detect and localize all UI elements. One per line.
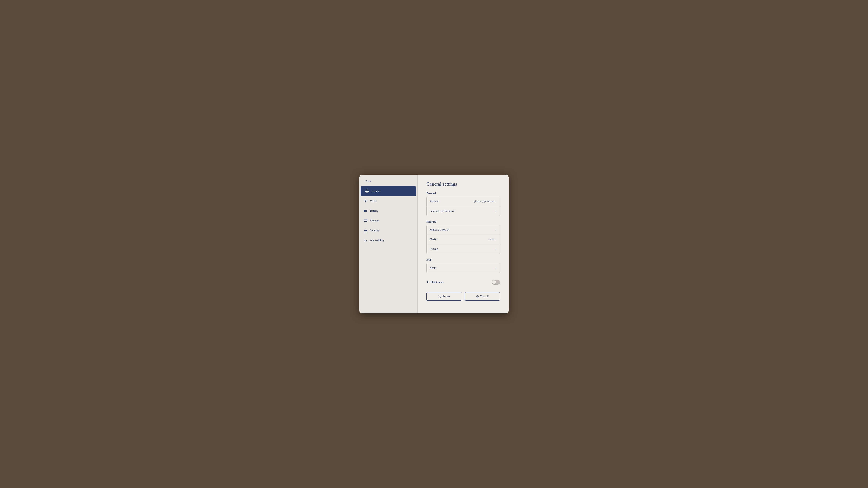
turn-off-button[interactable]: Turn off: [465, 292, 500, 301]
language-keyboard-label: Language and keyboard: [430, 209, 455, 213]
svg-text:Aa: Aa: [364, 239, 367, 242]
display-label: Display: [430, 248, 438, 251]
power-icon: [476, 295, 479, 298]
marker-row[interactable]: Marker 100 % ›: [427, 235, 500, 244]
version-row[interactable]: Version 3.14.0.197 ›: [427, 225, 500, 235]
flight-mode-icon: ✈: [426, 281, 429, 284]
help-section-label: Help: [426, 258, 500, 261]
language-keyboard-row[interactable]: Language and keyboard ›: [427, 206, 500, 216]
version-arrow-group: ›: [496, 228, 497, 231]
sidebar-item-battery[interactable]: Battery: [359, 206, 417, 216]
personal-card: Account phlipper@gmail.com › Language an…: [426, 197, 500, 216]
back-label: Back: [366, 180, 371, 183]
flight-mode-left: ✈ Flight mode: [426, 281, 444, 284]
marker-arrow-icon: ›: [496, 238, 497, 241]
sidebar-item-label-security: Security: [370, 229, 379, 232]
storage-icon: [364, 219, 368, 223]
software-card: Version 3.14.0.197 › Marker 100 % › Disp…: [426, 225, 500, 254]
svg-rect-8: [364, 230, 367, 232]
help-card: About ›: [426, 263, 500, 273]
restart-icon: [438, 295, 441, 298]
toggle-knob: [492, 281, 496, 284]
svg-rect-4: [364, 210, 366, 212]
main-content: General settings Personal Account phlipp…: [417, 175, 509, 314]
restart-label: Restart: [442, 295, 450, 298]
sidebar-item-label-general: General: [372, 190, 380, 193]
account-label: Account: [430, 200, 438, 203]
marker-value-group: 100 % ›: [488, 238, 497, 241]
action-buttons: Restart Turn off: [426, 292, 500, 301]
sidebar-item-label-storage: Storage: [370, 219, 378, 222]
flight-mode-row: ✈ Flight mode: [426, 277, 500, 287]
battery-icon: [364, 209, 368, 213]
about-label: About: [430, 266, 436, 269]
account-value-group: phlipper@gmail.com ›: [474, 200, 497, 203]
sidebar-item-accessibility[interactable]: Aa Accessibility: [359, 235, 417, 246]
accessibility-icon: Aa: [364, 238, 368, 242]
svg-point-1: [365, 202, 366, 202]
about-arrow-icon: ›: [496, 266, 497, 270]
device-frame: ‹ Back General: [359, 175, 509, 314]
page-title: General settings: [426, 181, 500, 187]
language-keyboard-arrow-icon: ›: [496, 209, 497, 213]
about-row[interactable]: About ›: [427, 263, 500, 273]
flight-mode-label: Flight mode: [431, 281, 444, 284]
sidebar-item-label-battery: Battery: [370, 209, 378, 213]
gear-icon: [365, 189, 369, 193]
svg-point-0: [367, 191, 368, 192]
sidebar-item-label-accessibility: Accessibility: [370, 239, 384, 242]
marker-value: 100 %: [488, 238, 494, 241]
sidebar-item-storage[interactable]: Storage: [359, 216, 417, 226]
security-icon: [364, 229, 368, 233]
sidebar-item-security[interactable]: Security: [359, 226, 417, 235]
sidebar-item-general[interactable]: General: [361, 186, 416, 196]
marker-label: Marker: [430, 238, 437, 241]
display-arrow-icon: ›: [496, 248, 497, 251]
display-row[interactable]: Display ›: [427, 244, 500, 254]
software-section-label: Software: [426, 220, 500, 223]
personal-section-label: Personal: [426, 192, 500, 195]
sidebar-item-wifi[interactable]: Wi-Fi: [359, 196, 417, 206]
language-keyboard-arrow-group: ›: [496, 209, 497, 213]
screen: ‹ Back General: [359, 175, 509, 314]
display-arrow-group: ›: [496, 248, 497, 251]
restart-button[interactable]: Restart: [426, 292, 462, 301]
sidebar-item-label-wifi: Wi-Fi: [370, 199, 376, 202]
back-button[interactable]: ‹ Back: [359, 176, 417, 186]
about-arrow-group: ›: [496, 266, 497, 270]
wifi-icon: [364, 199, 368, 203]
account-arrow-icon: ›: [496, 200, 497, 203]
sidebar: ‹ Back General: [359, 175, 417, 314]
version-arrow-icon: ›: [496, 228, 497, 231]
turn-off-label: Turn off: [480, 295, 489, 298]
flight-mode-toggle[interactable]: [492, 280, 500, 285]
version-label: Version 3.14.0.197: [430, 228, 449, 231]
account-row[interactable]: Account phlipper@gmail.com ›: [427, 197, 500, 206]
svg-rect-5: [364, 219, 367, 222]
chevron-left-icon: ‹: [364, 180, 365, 183]
account-email: phlipper@gmail.com: [474, 200, 494, 203]
